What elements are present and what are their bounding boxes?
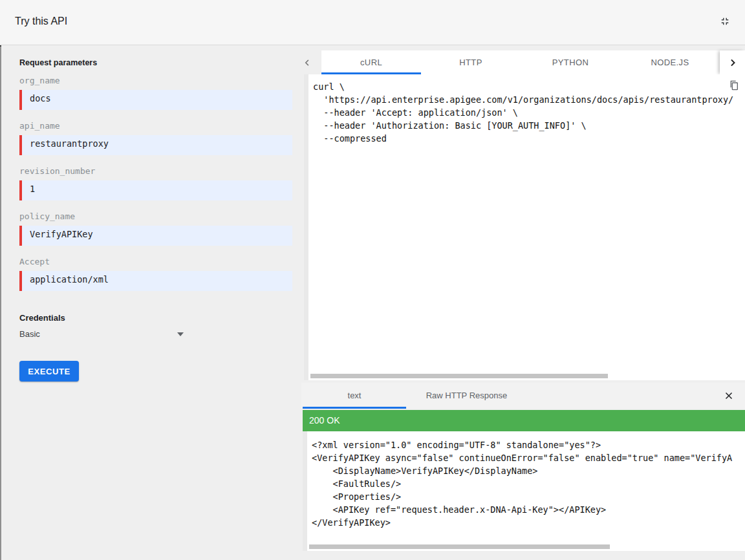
curl-code-block: curl \ 'https://api.enterprise.apigee.co… — [313, 80, 745, 145]
policy-name-label: policy_name — [19, 211, 75, 221]
api-name-label: api_name — [19, 121, 60, 131]
credentials-selected-value: Basic — [19, 329, 40, 339]
credentials-select[interactable]: Basic — [19, 327, 189, 341]
code-vertical-scrollbar[interactable] — [304, 74, 308, 380]
org-name-field[interactable]: docs — [19, 90, 292, 110]
response-xml-block: <?xml version="1.0" encoding="UTF-8" sta… — [312, 438, 744, 529]
code-language-tabbar: cURL HTTP PYTHON NODE.JS — [301, 50, 745, 74]
status-code-text: 200 OK — [303, 410, 745, 431]
panel-title: Try this API — [15, 16, 67, 27]
try-this-api-panel: Try this API Request parameters org_name… — [0, 0, 745, 560]
execute-button[interactable]: EXECUTE — [19, 361, 79, 382]
tabs-scroll-right-button[interactable] — [720, 50, 745, 74]
copy-icon — [729, 80, 740, 91]
page-edge-line — [0, 0, 1, 560]
api-name-field[interactable]: restaurantproxy — [19, 135, 292, 155]
panel-header: Try this API — [0, 0, 745, 45]
code-tabs: cURL HTTP PYTHON NODE.JS — [321, 50, 720, 74]
response-body-panel: <?xml version="1.0" encoding="UTF-8" sta… — [303, 431, 745, 551]
caret-down-icon — [177, 332, 184, 336]
tab-python[interactable]: PYTHON — [521, 50, 620, 74]
tab-curl[interactable]: cURL — [321, 50, 421, 74]
accept-label: Accept — [19, 257, 50, 266]
fullscreen-exit-icon — [719, 16, 732, 27]
response-horizontal-scrollbar[interactable] — [309, 544, 610, 549]
revision-number-field[interactable]: 1 — [19, 180, 292, 200]
tab-http[interactable]: HTTP — [421, 50, 521, 74]
close-icon — [723, 390, 736, 402]
tab-text[interactable]: text — [303, 383, 406, 409]
response-tabbar: text Raw HTTP Response — [301, 383, 745, 409]
code-horizontal-scrollbar[interactable] — [310, 374, 608, 378]
tabs-scroll-left-button[interactable] — [301, 50, 321, 74]
response-vertical-scrollbar[interactable] — [303, 431, 307, 551]
response-status-bar: 200 OK — [303, 410, 745, 431]
org-name-label: org_name — [19, 76, 60, 85]
accept-field[interactable]: application/xml — [19, 271, 292, 291]
close-response-button[interactable] — [723, 389, 736, 402]
code-sample-panel: curl \ 'https://api.enterprise.apigee.co… — [304, 74, 745, 380]
chevron-left-icon — [301, 57, 321, 69]
tab-raw-http-response[interactable]: Raw HTTP Response — [409, 383, 524, 409]
revision-number-label: revision_number — [19, 166, 95, 176]
policy-name-field[interactable]: VerifyAPIKey — [19, 226, 292, 246]
chevron-right-icon — [720, 56, 745, 69]
tab-nodejs[interactable]: NODE.JS — [620, 50, 720, 74]
copy-code-button[interactable] — [729, 80, 740, 91]
collapse-panel-button[interactable] — [719, 15, 732, 28]
credentials-label: Credentials — [19, 313, 65, 323]
request-parameters-heading: Request parameters — [19, 58, 97, 67]
